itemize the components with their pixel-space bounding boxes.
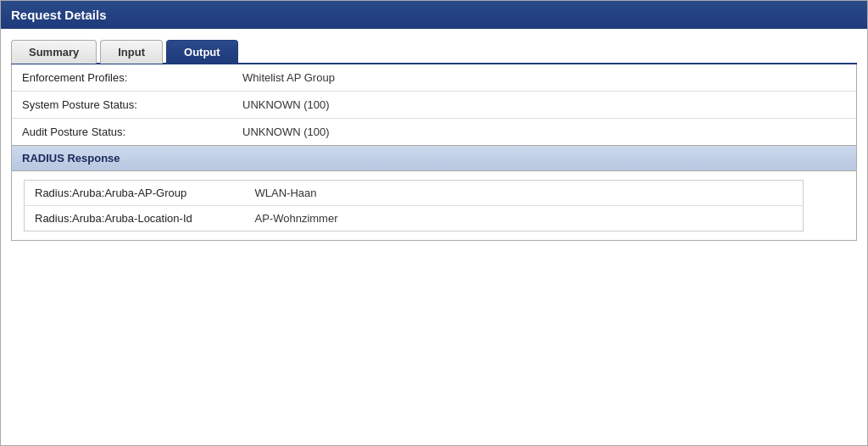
- radius-row-value: WLAN-Haan: [245, 181, 804, 206]
- row-label: Enforcement Profiles:: [12, 64, 232, 92]
- radius-row-label: Radius:Aruba:Aruba-AP-Group: [25, 181, 245, 206]
- content-area: Summary Input Output Enforcement Profile…: [1, 29, 867, 251]
- main-data-table: Enforcement Profiles: Whitelist AP Group…: [12, 64, 856, 145]
- table-row: Audit Posture Status: UNKNOWN (100): [12, 119, 856, 146]
- row-value: UNKNOWN (100): [232, 119, 856, 146]
- window-title: Request Details: [11, 8, 107, 22]
- table-row: System Posture Status: UNKNOWN (100): [12, 92, 856, 119]
- tab-bar: Summary Input Output: [11, 39, 857, 64]
- main-window: Request Details Summary Input Output Enf…: [0, 0, 868, 446]
- radius-row-label: Radius:Aruba:Aruba-Location-Id: [25, 206, 245, 231]
- row-value: UNKNOWN (100): [232, 92, 856, 119]
- tab-input[interactable]: Input: [100, 40, 163, 64]
- tab-content-output: Enforcement Profiles: Whitelist AP Group…: [11, 64, 857, 241]
- radius-response-header: RADIUS Response: [12, 145, 856, 171]
- tab-summary[interactable]: Summary: [11, 40, 97, 64]
- table-row: Radius:Aruba:Aruba-AP-Group WLAN-Haan: [25, 181, 804, 206]
- title-bar: Request Details: [1, 1, 867, 29]
- row-value: Whitelist AP Group: [232, 64, 856, 92]
- table-row: Enforcement Profiles: Whitelist AP Group: [12, 64, 856, 92]
- radius-row-value: AP-Wohnzimmer: [245, 206, 804, 231]
- radius-table-wrapper: Radius:Aruba:Aruba-AP-Group WLAN-Haan Ra…: [12, 171, 856, 240]
- tab-output[interactable]: Output: [166, 40, 238, 64]
- table-row: Radius:Aruba:Aruba-Location-Id AP-Wohnzi…: [25, 206, 804, 231]
- row-label: Audit Posture Status:: [12, 119, 232, 146]
- row-label: System Posture Status:: [12, 92, 232, 119]
- radius-data-table: Radius:Aruba:Aruba-AP-Group WLAN-Haan Ra…: [24, 180, 804, 231]
